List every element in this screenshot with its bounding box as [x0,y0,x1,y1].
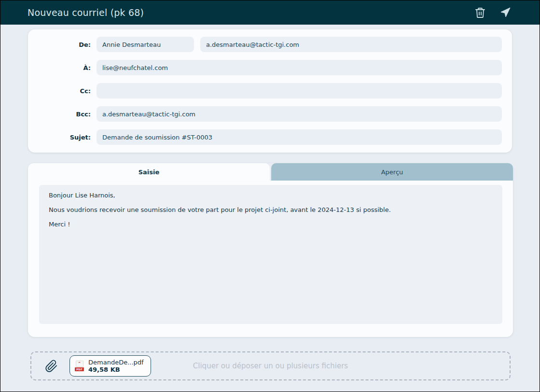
send-icon [499,7,511,18]
cc-input[interactable] [97,83,502,98]
bcc-label: Bcc: [28,111,91,118]
form-row-from: De: [28,37,502,52]
editor-tabs: Saisie Aperçu [28,163,513,181]
attachment-size: 49,58 KB [88,366,144,374]
subject-label: Sujet: [28,134,91,141]
cc-label: Cc: [28,87,91,95]
bcc-input[interactable] [97,106,502,122]
to-input[interactable] [97,60,502,75]
attachment-dropzone[interactable]: ⌃ PDF DemandeDe...pdf 49,58 KB Cliquer o… [30,351,511,380]
form-row-to: À: [28,60,502,75]
form-row-subject: Sujet: [28,129,502,145]
attachment-chip[interactable]: ⌃ PDF DemandeDe...pdf 49,58 KB [69,355,151,377]
from-label: De: [28,41,91,48]
tab-apercu[interactable]: Aperçu [271,163,513,181]
titlebar-actions [474,6,530,19]
subject-input[interactable] [97,129,502,145]
message-line: Merci ! [49,221,493,228]
to-label: À: [28,64,91,71]
trash-icon [474,7,486,18]
from-email-input[interactable] [200,37,502,52]
editor-panel: Bonjour Lise Harnois, Nous voudrions rec… [28,181,513,337]
from-name-input[interactable] [97,37,194,52]
new-email-window: Nouveau courriel (pk 68) [0,0,540,392]
message-editor: Saisie Aperçu Bonjour Lise Harnois, Nous… [28,163,513,337]
page-title: Nouveau courriel (pk 68) [28,7,474,18]
recipients-form: De: À: Cc: Bcc: Sujet: [28,29,512,153]
message-body-input[interactable]: Bonjour Lise Harnois, Nous voudrions rec… [39,185,502,324]
titlebar: Nouveau courriel (pk 68) [0,0,540,25]
form-row-bcc: Bcc: [28,106,502,122]
attachment-name: DemandeDe...pdf [88,359,144,366]
form-row-cc: Cc: [28,83,502,98]
message-line: Nous voudrions recevoir une soumission d… [49,206,493,214]
tab-saisie[interactable]: Saisie [28,163,270,181]
message-line: Bonjour Lise Harnois, [49,192,493,199]
send-button[interactable] [499,6,512,19]
paperclip-icon [45,360,58,373]
delete-button[interactable] [474,6,486,19]
pdf-icon: ⌃ PDF [75,361,84,371]
